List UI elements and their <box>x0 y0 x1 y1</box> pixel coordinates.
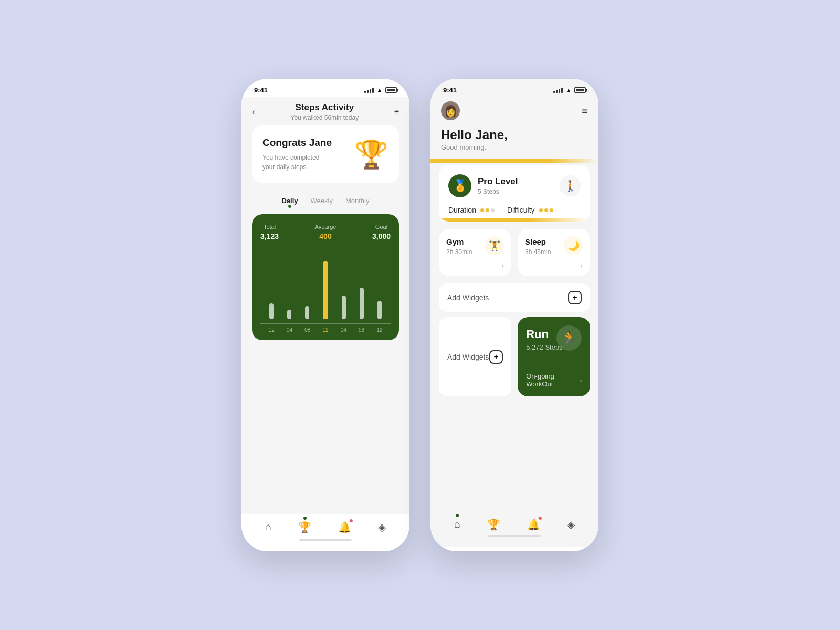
plus-icon-2[interactable]: + <box>489 350 503 364</box>
label-04: 04 <box>287 327 292 333</box>
diff-dot-3 <box>550 208 553 212</box>
sleep-icon-circle: 🌙 <box>564 236 583 255</box>
congrats-line1: You have completed <box>262 153 332 162</box>
bar-7 <box>377 301 382 319</box>
menu-icon[interactable]: ≡ <box>394 107 399 117</box>
label-12a: 12 <box>269 327 275 333</box>
nav-items-left: ⌂ 🏆 🔔 ◈ <box>242 521 410 533</box>
add-widget-btn-1[interactable]: Add Widgets + <box>439 284 590 312</box>
pro-card-bottom: Duration Difficulty <box>448 206 581 214</box>
dot-1 <box>480 208 484 212</box>
diff-dot-2 <box>544 208 548 212</box>
stat-avg: Avearge 400 <box>315 224 337 240</box>
ongoing-label: On-going WorkOut <box>526 372 578 388</box>
wifi-icon: ▲ <box>376 87 383 94</box>
pro-card-yellow-accent <box>439 218 590 222</box>
nav-diamond[interactable]: ◈ <box>378 521 386 533</box>
right-nav-trophy[interactable]: 🏆 <box>487 518 500 531</box>
chart-baseline <box>260 323 391 324</box>
sleep-card[interactable]: Sleep 3h 45min 🌙 › <box>518 229 590 276</box>
chart-container: Total 3,123 Avearge 400 Goal 3,000 <box>252 214 399 340</box>
nav-home[interactable]: ⌂ <box>265 521 271 533</box>
bar-1 <box>269 303 274 319</box>
gym-icon: 🏋️ <box>489 240 500 251</box>
bar-4-active <box>323 261 328 319</box>
status-icons-left: ▲ <box>364 87 397 94</box>
pro-subtitle: 5 Steps <box>478 188 518 195</box>
ongoing-workout-btn[interactable]: On-going WorkOut › <box>526 372 582 388</box>
congrats-text: Congrats Jane You have completed your da… <box>262 137 332 172</box>
tabs: Daily Weekly Monthly <box>252 192 399 214</box>
greeting: Hello Jane, Good morning. <box>430 122 598 159</box>
tab-monthly[interactable]: Monthly <box>345 197 370 207</box>
yellow-accent-bar <box>430 159 598 163</box>
tab-daily[interactable]: Daily <box>282 197 298 207</box>
greeting-sub: Good morning. <box>441 143 588 151</box>
right-nav-diamond[interactable]: ◈ <box>567 518 575 531</box>
run-card[interactable]: Run 5,272 Steps 🏃 On-going WorkOut › <box>518 317 590 396</box>
dot-2 <box>486 208 489 212</box>
right-nav-home[interactable]: ⌂ <box>454 518 460 531</box>
duration-metric: Duration <box>448 206 495 214</box>
battery-icon <box>385 87 397 93</box>
label-08b: 08 <box>359 327 364 333</box>
label-12-active: 12 <box>322 327 328 333</box>
home-indicator-right <box>488 535 541 537</box>
right-phone: 9:41 ▲ 👩 ≡ Hello Jane, Good morning. <box>430 79 598 551</box>
ongoing-chevron: › <box>580 376 582 384</box>
notification-badge <box>349 519 353 523</box>
gym-chevron[interactable]: › <box>501 261 504 270</box>
difficulty-metric: Difficulty <box>507 206 553 214</box>
sleep-icon: 🌙 <box>568 240 579 251</box>
pro-card-left: 🏅 Pro Level 5 Steps <box>448 174 518 197</box>
bar-2 <box>287 310 291 319</box>
bar-6 <box>360 288 364 319</box>
difficulty-label: Difficulty <box>507 206 535 214</box>
signal-icon <box>364 88 374 93</box>
status-bar-right: 9:41 ▲ <box>430 79 598 97</box>
add-widget-label-2: Add Widgets <box>447 353 489 361</box>
duration-label: Duration <box>448 206 476 214</box>
sleep-chevron[interactable]: › <box>580 261 583 270</box>
congrats-card: Congrats Jane You have completed your da… <box>252 125 399 183</box>
gym-card[interactable]: Gym 2h 30min 🏋️ › <box>439 229 511 276</box>
left-phone: 9:41 ▲ ‹ Steps Activity You walked 56min… <box>242 79 410 551</box>
dot-3 <box>491 208 495 212</box>
pro-level-card: 🏅 Pro Level 5 Steps 🚶 Duration <box>439 165 590 222</box>
bottom-nav-left: ⌂ 🏆 🔔 ◈ <box>242 514 410 551</box>
nav-bell[interactable]: 🔔 <box>338 521 351 533</box>
right-bottom-nav: ⌂ 🏆 🔔 ◈ <box>430 513 598 547</box>
duration-dots <box>480 208 495 212</box>
tab-weekly[interactable]: Weekly <box>311 197 333 207</box>
right-inner: 👩 ≡ Hello Jane, Good morning. 🏅 Pro Leve… <box>430 97 598 547</box>
right-nav-bell[interactable]: 🔔 <box>527 518 540 531</box>
label-04b: 04 <box>341 327 346 333</box>
wifi-icon-right: ▲ <box>565 87 572 94</box>
avatar[interactable]: 👩 <box>441 101 460 120</box>
diff-dot-1 <box>539 208 543 212</box>
status-icons-right: ▲ <box>553 87 586 94</box>
run-add-row: Add Widgets + Run 5,272 Steps 🏃 On-going… <box>439 317 590 396</box>
plus-icon-1[interactable]: + <box>568 291 582 304</box>
bar-5 <box>342 296 346 319</box>
right-content: 🏅 Pro Level 5 Steps 🚶 Duration <box>430 159 598 519</box>
pro-info: Pro Level 5 Steps <box>478 176 518 195</box>
trophy-icon: 🏆 <box>354 139 388 171</box>
congrats-title: Congrats Jane <box>262 137 332 149</box>
page-title: Steps Activity <box>255 102 394 113</box>
signal-icon-right <box>553 88 563 93</box>
greeting-name: Hello Jane, <box>441 128 588 142</box>
add-widget-label-1: Add Widgets <box>447 293 489 302</box>
add-widget-btn-2[interactable]: Add Widgets + <box>439 317 511 396</box>
notification-badge-right <box>538 516 542 520</box>
pro-title: Pro Level <box>478 176 518 187</box>
gym-sleep-row: Gym 2h 30min 🏋️ › Sleep 3h 45min 🌙 › <box>439 229 590 276</box>
menu-icon-right[interactable]: ≡ <box>582 105 588 117</box>
chart-labels: 12 04 08 12 04 08 12 <box>260 327 391 333</box>
left-header: ‹ Steps Activity You walked 56min today … <box>242 97 410 125</box>
walk-icon-circle: 🚶 <box>560 175 581 196</box>
nav-trophy[interactable]: 🏆 <box>298 521 311 533</box>
gym-icon-circle: 🏋️ <box>485 236 504 255</box>
right-header: 👩 ≡ <box>430 97 598 122</box>
page-subtitle: You walked 56min today <box>255 114 394 121</box>
